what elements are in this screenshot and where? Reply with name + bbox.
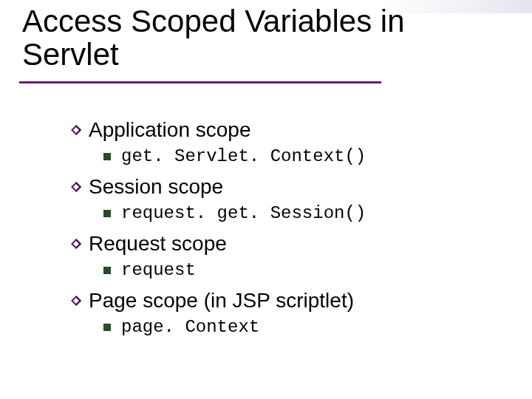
scope-heading: Application scope xyxy=(71,118,488,142)
scope-code-line: get. Servlet. Context() xyxy=(103,146,488,166)
diamond-icon xyxy=(71,239,81,249)
scope-label: Application scope xyxy=(89,118,250,142)
scope-item-session: Session scope request. get. Session() xyxy=(71,175,488,223)
square-icon xyxy=(103,267,111,274)
scope-label: Session scope xyxy=(89,175,223,199)
scope-code: get. Servlet. Context() xyxy=(121,146,366,166)
scope-code: request. get. Session() xyxy=(121,203,366,223)
square-icon xyxy=(103,153,111,160)
scope-code: request xyxy=(121,260,196,280)
corner-decoration xyxy=(384,0,532,13)
scope-heading: Request scope xyxy=(71,232,488,256)
slide: Access Scoped Variables in Servlet Appli… xyxy=(0,0,532,399)
diamond-icon xyxy=(71,125,81,135)
square-icon xyxy=(103,324,111,331)
scope-item-request: Request scope request xyxy=(71,232,488,280)
scope-heading: Page scope (in JSP scriptlet) xyxy=(71,289,488,313)
title-line-2: Servlet xyxy=(22,37,119,72)
slide-title: Access Scoped Variables in Servlet xyxy=(22,4,405,72)
diamond-icon xyxy=(71,296,81,306)
scope-code-line: request. get. Session() xyxy=(103,203,488,223)
scope-label: Page scope (in JSP scriptlet) xyxy=(89,289,354,313)
scope-item-page: Page scope (in JSP scriptlet) page. Cont… xyxy=(71,289,488,337)
diamond-icon xyxy=(71,182,81,192)
scope-item-application: Application scope get. Servlet. Context(… xyxy=(71,118,488,166)
title-underline xyxy=(19,81,381,83)
scope-code-line: request xyxy=(103,260,488,280)
slide-body: Application scope get. Servlet. Context(… xyxy=(71,118,488,346)
scope-code-line: page. Context xyxy=(103,317,488,337)
scope-code: page. Context xyxy=(121,317,259,337)
scope-label: Request scope xyxy=(89,232,227,256)
title-line-1: Access Scoped Variables in xyxy=(22,4,405,38)
scope-heading: Session scope xyxy=(71,175,488,199)
square-icon xyxy=(103,210,111,217)
